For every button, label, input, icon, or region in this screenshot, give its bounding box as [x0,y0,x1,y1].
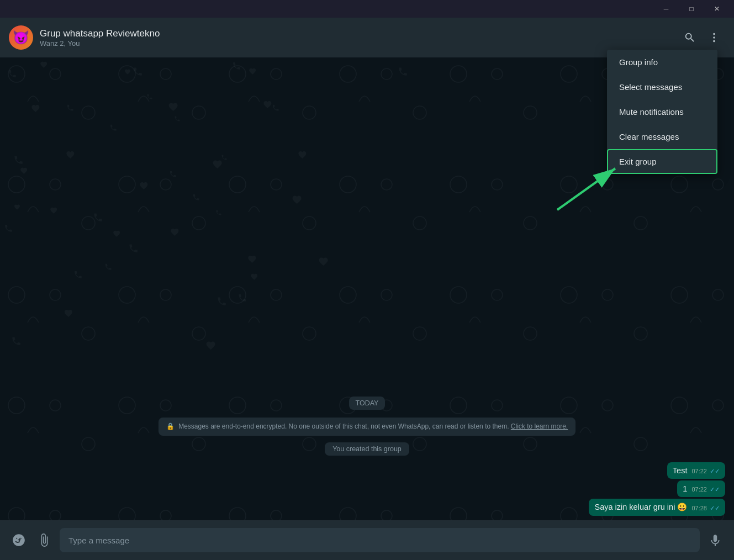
input-bar [0,520,734,560]
message-bubble-1: Test 07:22 ✓✓ [667,462,725,479]
dropdown-exit-group[interactable]: Exit group [607,149,717,174]
svg-point-0 [713,33,715,35]
date-badge: TODAY [0,397,734,410]
titlebar: ─ □ ✕ [0,0,734,18]
svg-point-1 [713,36,715,39]
check-icon-1: ✓✓ [710,468,720,474]
members-list: Wanz 2, You [40,39,679,47]
message-input[interactable] [60,528,700,552]
learn-more-link[interactable]: Click to learn more. [511,422,568,430]
maximize-button[interactable]: □ [679,0,704,18]
group-name[interactable]: Grup whatsapp Reviewtekno [40,28,679,39]
attach-button[interactable] [34,530,54,550]
message-text-2: 1 [683,484,687,493]
date-text: TODAY [349,397,386,410]
message-text-3: Saya izin keluar gru ini 😀 [594,503,687,512]
system-message: You created this group [0,442,734,456]
encryption-notice[interactable]: 🔒 Messages are end-to-end encrypted. No … [9,418,725,436]
message-meta-2: 07:22 ✓✓ [691,486,720,493]
svg-point-2 [713,40,715,43]
message-text-1: Test [673,466,688,475]
messages-area: Test 07:22 ✓✓ 1 07:22 ✓✓ Saya izin kelua… [0,462,734,516]
header-actions [679,27,725,49]
mic-button[interactable] [705,530,725,550]
message-meta-3: 07:28 ✓✓ [691,505,720,512]
emoji-button[interactable] [9,530,29,550]
message-bubble-3: Saya izin keluar gru ini 😀 07:28 ✓✓ [589,499,725,516]
message-meta-1: 07:22 ✓✓ [691,468,720,475]
check-icon-3: ✓✓ [710,505,720,511]
dropdown-mute-notifications[interactable]: Mute notifications [607,99,717,124]
more-options-button[interactable] [703,27,725,49]
dropdown-menu: Group info Select messages Mute notifica… [607,50,717,174]
encryption-text: 🔒 Messages are end-to-end encrypted. No … [159,418,575,436]
check-icon-2: ✓✓ [710,486,720,493]
dropdown-group-info[interactable]: Group info [607,50,717,75]
close-button[interactable]: ✕ [704,0,730,18]
dropdown-select-messages[interactable]: Select messages [607,75,717,99]
search-button[interactable] [679,27,701,49]
dropdown-clear-messages[interactable]: Clear messages [607,124,717,149]
system-message-text: You created this group [325,442,409,456]
header-info: Grup whatsapp Reviewtekno Wanz 2, You [40,28,679,47]
lock-icon: 🔒 [166,422,175,430]
minimize-button[interactable]: ─ [653,0,679,18]
message-bubble-2: 1 07:22 ✓✓ [677,480,725,497]
avatar[interactable]: 😈 [9,25,33,50]
